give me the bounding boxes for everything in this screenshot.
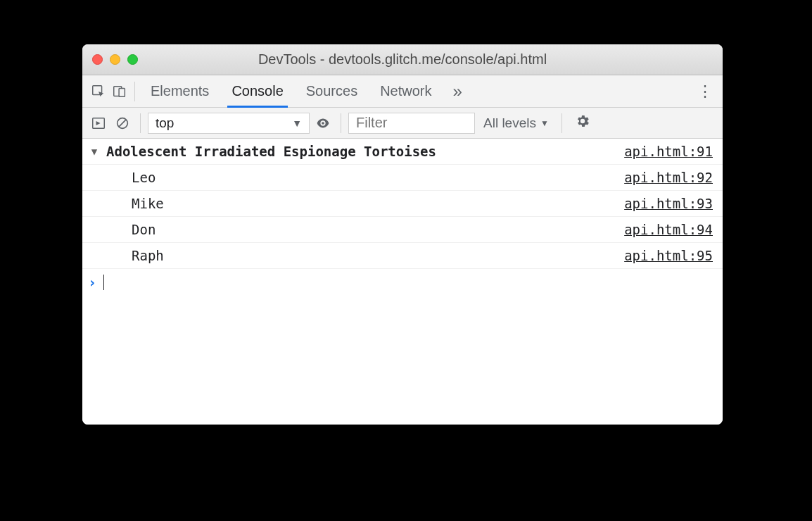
main-tabs: Elements Console Sources Network » ⋮ bbox=[82, 75, 723, 108]
separator bbox=[562, 113, 562, 133]
prompt-caret-icon: › bbox=[88, 274, 103, 291]
more-tabs-button[interactable]: » bbox=[443, 82, 472, 101]
filter-input[interactable] bbox=[348, 113, 475, 134]
tab-network[interactable]: Network bbox=[369, 75, 443, 107]
chevron-down-icon: ▼ bbox=[292, 118, 302, 129]
tab-console[interactable]: Console bbox=[220, 75, 294, 107]
separator bbox=[140, 113, 141, 133]
console-log-row: Leo api.html:92 bbox=[82, 165, 723, 191]
separator bbox=[341, 113, 341, 133]
text-cursor bbox=[103, 275, 104, 290]
show-console-drawer-icon[interactable] bbox=[88, 113, 109, 134]
console-log-message: Leo bbox=[106, 165, 624, 190]
console-toolbar: top ▼ All levels ▼ bbox=[82, 108, 723, 139]
tab-elements[interactable]: Elements bbox=[139, 75, 220, 107]
console-output[interactable]: Adolescent Irradiated Espionage Tortoise… bbox=[82, 139, 723, 425]
console-log-message: Raph bbox=[106, 243, 624, 268]
log-levels-selector[interactable]: All levels ▼ bbox=[478, 115, 554, 131]
console-log-message: Mike bbox=[106, 191, 624, 216]
titlebar: DevTools - devtools.glitch.me/console/ap… bbox=[82, 44, 723, 75]
window-maximize-button[interactable] bbox=[127, 54, 138, 65]
group-toggle-icon[interactable] bbox=[82, 139, 106, 164]
svg-line-5 bbox=[119, 119, 126, 126]
source-link[interactable]: api.html:94 bbox=[624, 217, 723, 242]
console-prompt[interactable]: › bbox=[82, 269, 723, 296]
window-title: DevTools - devtools.glitch.me/console/ap… bbox=[82, 51, 723, 68]
console-log-message: Don bbox=[106, 217, 624, 242]
inspect-element-icon[interactable] bbox=[88, 81, 109, 102]
console-settings-icon[interactable] bbox=[569, 113, 596, 133]
window-close-button[interactable] bbox=[92, 54, 103, 65]
console-group-label: Adolescent Irradiated Espionage Tortoise… bbox=[106, 139, 624, 164]
devtools-window: DevTools - devtools.glitch.me/console/ap… bbox=[82, 44, 723, 425]
source-link[interactable]: api.html:92 bbox=[624, 165, 723, 190]
console-log-row: Raph api.html:95 bbox=[82, 243, 723, 269]
window-minimize-button[interactable] bbox=[110, 54, 120, 65]
kebab-menu-icon[interactable]: ⋮ bbox=[697, 82, 713, 101]
chevron-down-icon: ▼ bbox=[540, 118, 549, 128]
clear-console-icon[interactable] bbox=[112, 113, 133, 134]
console-log-row: Mike api.html:93 bbox=[82, 191, 723, 217]
console-group-header[interactable]: Adolescent Irradiated Espionage Tortoise… bbox=[82, 139, 723, 165]
context-selector-value: top bbox=[156, 115, 174, 131]
tab-sources[interactable]: Sources bbox=[295, 75, 369, 107]
console-log-row: Don api.html:94 bbox=[82, 217, 723, 243]
traffic-lights bbox=[82, 54, 138, 65]
svg-rect-2 bbox=[119, 88, 125, 96]
separator bbox=[134, 82, 135, 101]
source-link[interactable]: api.html:95 bbox=[624, 243, 723, 268]
log-levels-label: All levels bbox=[483, 115, 536, 131]
context-selector[interactable]: top ▼ bbox=[148, 113, 310, 134]
source-link[interactable]: api.html:91 bbox=[624, 139, 723, 164]
svg-point-6 bbox=[322, 122, 324, 125]
device-mode-icon[interactable] bbox=[109, 81, 130, 102]
source-link[interactable]: api.html:93 bbox=[624, 191, 723, 216]
live-expression-icon[interactable] bbox=[312, 113, 334, 134]
